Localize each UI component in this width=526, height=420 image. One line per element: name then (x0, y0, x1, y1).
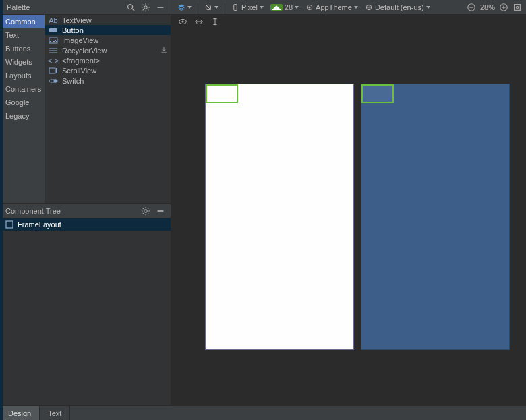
svg-line-7 (143, 4, 144, 5)
svg-line-9 (143, 9, 144, 10)
svg-line-8 (148, 9, 148, 10)
minimize-icon[interactable] (156, 206, 165, 216)
locale-label: Default (en-us) (375, 3, 424, 11)
palette-item-button[interactable]: Button (45, 25, 171, 35)
zoom-label: 28% (480, 3, 495, 11)
svg-rect-45 (158, 210, 164, 212)
palette-item-imageview[interactable]: ImageView (45, 35, 171, 45)
tree-item-label: FrameLayout (18, 220, 61, 229)
svg-rect-32 (49, 68, 55, 73)
component-tree-header: Component Tree (0, 204, 171, 218)
svg-line-42 (148, 213, 148, 214)
svg-line-1 (132, 8, 135, 11)
device-label: Pixel (241, 3, 258, 11)
svg-rect-11 (158, 7, 164, 8)
selected-view-outline[interactable] (361, 84, 394, 103)
palette-category-containers[interactable]: Containers (0, 82, 45, 96)
selection-rail (0, 0, 3, 420)
device-dropdown[interactable]: Pixel (229, 3, 266, 11)
bottom-tabs: Design Text (0, 405, 526, 420)
eye-icon[interactable] (178, 17, 187, 26)
svg-point-36 (144, 210, 147, 212)
theme-label: AppTheme (316, 3, 352, 11)
component-tree: FrameLayout (0, 218, 171, 405)
palette-category-text[interactable]: Text (0, 28, 45, 42)
svg-point-0 (128, 4, 133, 9)
design-canvas[interactable] (171, 28, 526, 405)
svg-rect-28 (49, 38, 57, 43)
palette-item-label: Switch (62, 77, 84, 85)
tab-text[interactable]: Text (40, 406, 70, 420)
svg-point-48 (181, 20, 183, 22)
palette-categories: Common Text Buttons Widgets Layouts Cont… (0, 15, 45, 203)
search-icon[interactable] (126, 3, 136, 12)
svg-rect-27 (49, 28, 57, 32)
pan-icon[interactable] (194, 17, 204, 26)
zoom-out-icon[interactable] (467, 3, 476, 12)
design-subtoolbar (171, 15, 526, 28)
api-label: 28 (285, 3, 293, 11)
gear-icon[interactable] (141, 3, 150, 12)
palette-category-legacy[interactable]: Legacy (0, 109, 45, 123)
locale-dropdown[interactable]: Default (en-us) (363, 3, 432, 11)
tab-design[interactable]: Design (0, 406, 40, 420)
palette-item-label: Button (62, 26, 84, 34)
framelayout-icon (5, 220, 13, 229)
svg-point-35 (54, 79, 57, 82)
palette-item-label: RecyclerView (62, 47, 107, 55)
palette-item-textview[interactable]: Ab TextView (45, 15, 171, 25)
svg-rect-14 (234, 4, 237, 10)
svg-rect-46 (6, 221, 13, 228)
palette-title: Palette (7, 3, 126, 11)
zoom-fit-icon[interactable] (513, 3, 522, 12)
svg-rect-25 (515, 4, 521, 10)
component-tree-title: Component Tree (5, 207, 141, 215)
download-icon[interactable] (160, 46, 168, 55)
palette-item-label: <fragment> (62, 57, 100, 65)
palette-item-scrollview[interactable]: ScrollView (45, 65, 171, 76)
gear-icon[interactable] (141, 206, 150, 216)
palette-items: Ab TextView Button ImageView RecyclerVie… (45, 15, 171, 203)
api-dropdown[interactable]: ◢◣ 28 (268, 3, 301, 11)
minimize-icon[interactable] (156, 3, 165, 12)
svg-line-41 (143, 208, 144, 209)
fragment-icon: < > (49, 57, 58, 64)
tree-item-framelayout[interactable]: FrameLayout (0, 218, 171, 231)
imageview-icon (49, 37, 58, 44)
svg-rect-33 (56, 68, 57, 73)
scrollview-icon (49, 67, 58, 74)
svg-point-16 (309, 6, 311, 8)
palette-category-widgets[interactable]: Widgets (0, 55, 45, 69)
palette-category-buttons[interactable]: Buttons (0, 42, 45, 55)
palette-item-label: ImageView (62, 36, 98, 44)
palette-item-switch[interactable]: Switch (45, 76, 171, 86)
button-icon (49, 27, 58, 34)
svg-line-43 (143, 213, 144, 214)
blueprint-surface[interactable] (361, 84, 510, 350)
design-surface[interactable] (205, 84, 354, 350)
recyclerview-icon (49, 47, 58, 54)
palette-item-label: TextView (62, 16, 92, 24)
orientation-dropdown[interactable] (202, 3, 221, 11)
theme-dropdown[interactable]: AppTheme (303, 3, 360, 11)
palette-category-common[interactable]: Common (0, 15, 45, 28)
svg-line-44 (148, 208, 148, 209)
selected-view-outline[interactable] (206, 84, 238, 103)
switch-icon (49, 78, 58, 84)
svg-point-26 (516, 6, 519, 9)
design-toolbar: Pixel ◢◣ 28 AppTheme Default (en-us) 28% (171, 0, 526, 14)
textview-icon: Ab (49, 17, 58, 24)
api-pill-icon: ◢◣ (270, 4, 283, 11)
palette-category-layouts[interactable]: Layouts (0, 69, 45, 82)
palette-item-fragment[interactable]: < > <fragment> (45, 55, 171, 65)
palette-titlebar: Palette (0, 0, 171, 14)
palette-item-recyclerview[interactable]: RecyclerView (45, 45, 171, 55)
svg-line-10 (148, 4, 148, 5)
svg-point-2 (144, 5, 147, 8)
zoom-in-icon[interactable] (499, 3, 508, 12)
palette-item-label: ScrollView (62, 67, 96, 75)
design-surface-dropdown[interactable] (175, 3, 194, 11)
cursor-icon[interactable] (210, 17, 220, 26)
palette-category-google[interactable]: Google (0, 96, 45, 109)
